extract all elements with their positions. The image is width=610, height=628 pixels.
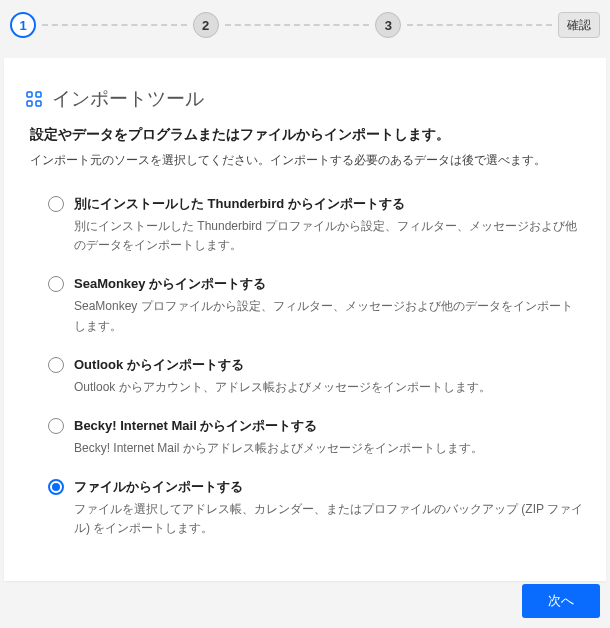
step-confirm[interactable]: 確認 [558, 12, 600, 38]
radio-thunderbird[interactable] [48, 196, 64, 212]
option-desc: Outlook からアカウント、アドレス帳およびメッセージをインポートします。 [74, 378, 584, 397]
option-body: 別にインストールした Thunderbird からインポートする 別にインストー… [74, 195, 584, 255]
option-label[interactable]: 別にインストールした Thunderbird からインポートする [74, 195, 584, 213]
option-body: Becky! Internet Mail からインポートする Becky! In… [74, 417, 584, 458]
svg-rect-0 [27, 92, 32, 97]
option-thunderbird: 別にインストールした Thunderbird からインポートする 別にインストー… [48, 195, 584, 255]
radio-becky[interactable] [48, 418, 64, 434]
option-label[interactable]: Outlook からインポートする [74, 356, 584, 374]
radio-outlook[interactable] [48, 357, 64, 373]
option-label[interactable]: ファイルからインポートする [74, 478, 584, 496]
page-subtitle: 設定やデータをプログラムまたはファイルからインポートします。 [30, 126, 584, 144]
option-desc: SeaMonkey プロファイルから設定、フィルター、メッセージおよび他のデータ… [74, 297, 584, 335]
main-card: インポートツール 設定やデータをプログラムまたはファイルからインポートします。 … [4, 58, 606, 581]
next-button[interactable]: 次へ [522, 584, 600, 618]
step-1[interactable]: 1 [10, 12, 36, 38]
option-seamonkey: SeaMonkey からインポートする SeaMonkey プロファイルから設定… [48, 275, 584, 335]
step-connector [42, 24, 187, 26]
option-body: Outlook からインポートする Outlook からアカウント、アドレス帳お… [74, 356, 584, 397]
step-connector [225, 24, 370, 26]
step-connector [407, 24, 552, 26]
title-row: インポートツール [26, 86, 584, 112]
svg-rect-2 [27, 101, 32, 106]
option-label[interactable]: Becky! Internet Mail からインポートする [74, 417, 584, 435]
option-desc: ファイルを選択してアドレス帳、カレンダー、またはプロファイルのバックアップ (Z… [74, 500, 584, 538]
step-2[interactable]: 2 [193, 12, 219, 38]
grid-icon [26, 91, 42, 107]
option-body: SeaMonkey からインポートする SeaMonkey プロファイルから設定… [74, 275, 584, 335]
option-becky: Becky! Internet Mail からインポートする Becky! In… [48, 417, 584, 458]
option-file: ファイルからインポートする ファイルを選択してアドレス帳、カレンダー、またはプロ… [48, 478, 584, 538]
radio-seamonkey[interactable] [48, 276, 64, 292]
option-desc: Becky! Internet Mail からアドレス帳およびメッセージをインポ… [74, 439, 584, 458]
stepper: 1 2 3 確認 [0, 0, 610, 50]
radio-file[interactable] [48, 479, 64, 495]
svg-rect-1 [36, 92, 41, 97]
step-3[interactable]: 3 [375, 12, 401, 38]
footer: 次へ [522, 584, 600, 618]
page-description: インポート元のソースを選択してください。インポートする必要のあるデータは後で選べ… [30, 152, 584, 169]
option-outlook: Outlook からインポートする Outlook からアカウント、アドレス帳お… [48, 356, 584, 397]
svg-rect-3 [36, 101, 41, 106]
options-list: 別にインストールした Thunderbird からインポートする 別にインストー… [48, 195, 584, 539]
option-desc: 別にインストールした Thunderbird プロファイルから設定、フィルター、… [74, 217, 584, 255]
page-title: インポートツール [52, 86, 204, 112]
option-body: ファイルからインポートする ファイルを選択してアドレス帳、カレンダー、またはプロ… [74, 478, 584, 538]
option-label[interactable]: SeaMonkey からインポートする [74, 275, 584, 293]
